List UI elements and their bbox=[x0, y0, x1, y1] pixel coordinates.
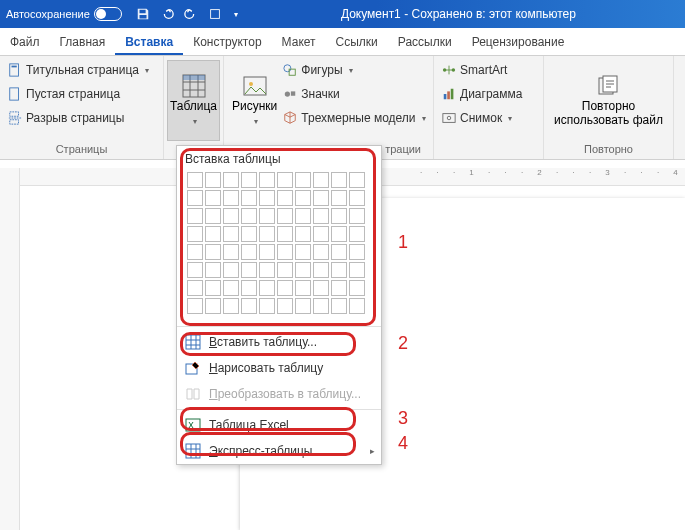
3dmodels-label: Трехмерные модели bbox=[301, 111, 415, 125]
draw-table-icon bbox=[185, 360, 201, 376]
tab-file[interactable]: Файл bbox=[0, 28, 50, 55]
table-icon bbox=[185, 334, 201, 350]
chart-label: Диаграмма bbox=[460, 87, 522, 101]
pages-group-label: Страницы bbox=[8, 141, 155, 157]
annotation-2: 2 bbox=[398, 333, 408, 354]
toggle-switch-icon bbox=[94, 7, 122, 21]
insert-table-label: Вставить таблицу... bbox=[209, 335, 317, 349]
undo-icon[interactable] bbox=[160, 7, 174, 21]
cover-page-icon bbox=[8, 63, 22, 77]
save-icon[interactable] bbox=[136, 7, 150, 21]
svg-rect-21 bbox=[186, 335, 200, 349]
tab-mailings[interactable]: Рассылки bbox=[388, 28, 462, 55]
chart-icon bbox=[442, 87, 456, 101]
cover-page-button[interactable]: Титульная страница▾ bbox=[8, 60, 149, 80]
svg-rect-15 bbox=[447, 91, 450, 99]
svg-rect-24 bbox=[186, 444, 200, 458]
quick-tables-icon bbox=[185, 443, 201, 459]
svg-rect-16 bbox=[451, 89, 454, 100]
svg-point-18 bbox=[447, 116, 451, 120]
cover-page-label: Титульная страница bbox=[26, 63, 139, 77]
shapes-label: Фигуры bbox=[301, 63, 342, 77]
table-size-grid[interactable] bbox=[177, 170, 381, 324]
annotation-3: 3 bbox=[398, 408, 408, 429]
tab-insert[interactable]: Вставка bbox=[115, 28, 183, 55]
annotation-4: 4 bbox=[398, 433, 408, 454]
quick-tables-label: Экспресс-таблицы bbox=[209, 444, 312, 458]
screenshot-label: Снимок bbox=[460, 111, 502, 125]
tab-layout[interactable]: Макет bbox=[272, 28, 326, 55]
svg-point-12 bbox=[443, 68, 447, 72]
draw-table-label: Нарисовать таблицу bbox=[209, 361, 323, 375]
pictures-button-label: Рисунки bbox=[232, 99, 277, 113]
blank-page-label: Пустая страница bbox=[26, 87, 120, 101]
autosave-toggle[interactable]: Автосохранение bbox=[6, 7, 122, 21]
svg-point-13 bbox=[452, 68, 456, 72]
table-icon bbox=[182, 74, 206, 98]
quick-print-icon[interactable] bbox=[208, 7, 222, 21]
draw-table-menuitem[interactable]: Нарисовать таблицу bbox=[177, 355, 381, 381]
quick-access-toolbar: ▾ bbox=[136, 7, 238, 21]
blank-page-icon bbox=[8, 87, 22, 101]
smartart-label: SmartArt bbox=[460, 63, 507, 77]
smartart-button[interactable]: SmartArt bbox=[442, 60, 522, 80]
svg-point-10 bbox=[285, 91, 290, 96]
reuse-group-label: Повторно использоват bbox=[552, 141, 665, 157]
shapes-icon bbox=[283, 63, 297, 77]
smartart-icon bbox=[442, 63, 456, 77]
svg-rect-3 bbox=[10, 88, 19, 100]
3dmodels-button[interactable]: Трехмерные модели▾ bbox=[283, 108, 425, 128]
chart-button[interactable]: Диаграмма bbox=[442, 84, 522, 104]
svg-rect-5 bbox=[183, 75, 205, 80]
excel-table-menuitem[interactable]: Таблица Excel bbox=[177, 412, 381, 438]
svg-rect-11 bbox=[291, 91, 295, 95]
ribbon-tabs: Файл Главная Вставка Конструктор Макет С… bbox=[0, 28, 685, 56]
reuse-files-icon bbox=[597, 74, 621, 98]
svg-rect-0 bbox=[210, 10, 219, 19]
svg-point-8 bbox=[284, 65, 291, 72]
pictures-icon bbox=[243, 74, 267, 98]
convert-to-table-label: Преобразовать в таблицу... bbox=[209, 387, 361, 401]
ruler-ticks: · · · 1 · · · 2 · · · 3 · · · 4 · · · 5 … bbox=[420, 168, 685, 177]
autosave-label: Автосохранение bbox=[6, 8, 90, 20]
document-title: Документ1 - Сохранено в: этот компьютер bbox=[238, 7, 679, 21]
table-dropdown-title: Вставка таблицы bbox=[177, 146, 381, 170]
quick-tables-menuitem[interactable]: Экспресс-таблицы ▸ bbox=[177, 438, 381, 464]
convert-to-table-menuitem: Преобразовать в таблицу... bbox=[177, 381, 381, 407]
svg-rect-2 bbox=[12, 66, 17, 68]
icons-icon bbox=[283, 87, 297, 101]
pictures-button[interactable]: Рисунки▾ bbox=[232, 60, 277, 141]
svg-rect-23 bbox=[186, 419, 200, 431]
tab-references[interactable]: Ссылки bbox=[326, 28, 388, 55]
reuse-files-button[interactable]: Повторноиспользовать файл bbox=[554, 60, 664, 141]
shapes-button[interactable]: Фигуры▾ bbox=[283, 60, 425, 80]
table-dropdown: Вставка таблицы Вставить таблицу... Нари… bbox=[176, 145, 382, 465]
table-button-label: Таблица bbox=[170, 99, 217, 113]
reuse-line1: Повторно bbox=[582, 99, 635, 113]
page-break-label: Разрыв страницы bbox=[26, 111, 124, 125]
title-bar: Автосохранение ▾ Документ1 - Сохранено в… bbox=[0, 0, 685, 28]
cube3d-icon bbox=[283, 111, 297, 125]
reuse-line2: использовать файл bbox=[554, 113, 663, 127]
excel-icon bbox=[185, 417, 201, 433]
svg-point-7 bbox=[249, 82, 253, 86]
page-break-button[interactable]: Разрыв страницы bbox=[8, 108, 149, 128]
insert-table-menuitem[interactable]: Вставить таблицу... bbox=[177, 329, 381, 355]
screenshot-button[interactable]: Снимок▾ bbox=[442, 108, 522, 128]
screenshot-icon bbox=[442, 111, 456, 125]
table-button[interactable]: Таблица▾ bbox=[167, 60, 220, 141]
svg-rect-14 bbox=[444, 94, 447, 99]
blank-page-button[interactable]: Пустая страница bbox=[8, 84, 149, 104]
tab-home[interactable]: Главная bbox=[50, 28, 116, 55]
convert-table-icon bbox=[185, 386, 201, 402]
tab-design[interactable]: Конструктор bbox=[183, 28, 271, 55]
svg-rect-6 bbox=[244, 77, 266, 95]
vertical-ruler bbox=[0, 168, 20, 530]
tab-review[interactable]: Рецензирование bbox=[462, 28, 575, 55]
icons-button[interactable]: Значки bbox=[283, 84, 425, 104]
redo-icon[interactable] bbox=[184, 7, 198, 21]
submenu-arrow-icon: ▸ bbox=[370, 446, 375, 456]
svg-rect-17 bbox=[443, 114, 455, 123]
page-break-icon bbox=[8, 111, 22, 125]
icons-label: Значки bbox=[301, 87, 340, 101]
